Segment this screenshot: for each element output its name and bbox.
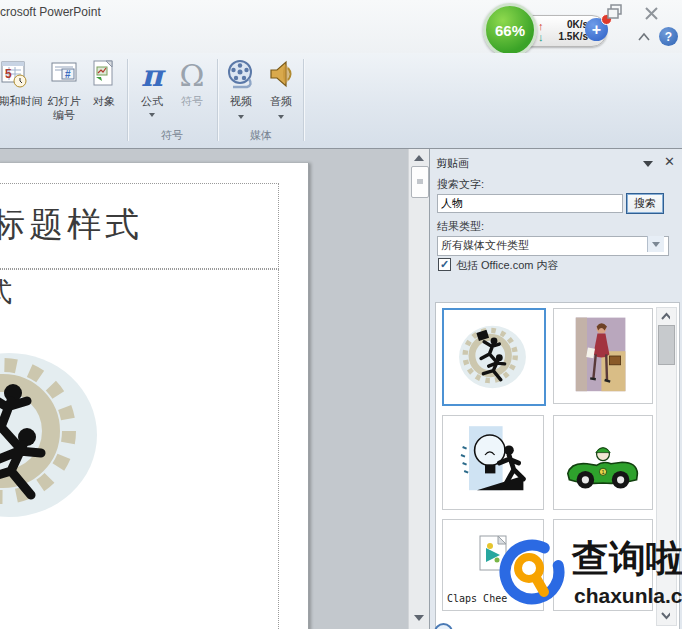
scroll-down-icon[interactable]: [414, 615, 424, 621]
group-separator: [127, 59, 129, 141]
object-button[interactable]: 对象: [86, 55, 122, 145]
download-progress-badge[interactable]: 66%: [483, 3, 537, 57]
thumb-grip: [417, 179, 423, 184]
date-and-time-button[interactable]: 5 日期和时间: [0, 55, 38, 145]
group-separator: [217, 59, 219, 141]
progress-percent: 66%: [495, 22, 525, 39]
object-icon: [91, 59, 117, 89]
chaxunla-logo-icon: [498, 538, 570, 610]
title-bar: crosoft PowerPoint ↑ 0K/s ↓ 1.5K/s 66% +…: [0, 0, 682, 54]
inserted-clipart-runners[interactable]: [0, 335, 118, 535]
slide-canvas[interactable]: 标题样式 式: [0, 163, 309, 629]
download-speed: 1.5K/s: [536, 31, 588, 42]
restore-window-icon[interactable]: [607, 4, 623, 20]
collapse-ribbon-icon[interactable]: [637, 31, 651, 42]
scrollbar-thumb[interactable]: [658, 325, 675, 365]
result-thumbnail-lightbulb[interactable]: [442, 415, 544, 510]
title-placeholder-text: 标题样式: [0, 202, 143, 248]
watermark-text: 查询啦: [572, 534, 682, 584]
upload-speed: 0K/s: [536, 19, 588, 30]
result-type-value: 所有媒体文件类型: [441, 239, 529, 251]
search-text-label: 搜索文字:: [437, 177, 484, 192]
chevron-down-icon: [278, 115, 284, 119]
chevron-down-icon: [149, 113, 155, 117]
scrollbar-thumb[interactable]: [411, 166, 429, 198]
idea-lightbulb-figure-image: [453, 421, 533, 505]
help-icon: ?: [665, 30, 672, 44]
plus-icon: +: [592, 21, 601, 39]
include-office-label: 包括 Office.com 内容: [456, 258, 558, 273]
chevron-down-icon: [238, 115, 244, 119]
pi-equation-icon: π: [141, 59, 163, 93]
group-separator: [303, 59, 305, 141]
group-label-media: 媒体: [222, 128, 300, 143]
powerpoint-window: 1 crosoft PowerPoint ↑ 0K/s ↓ 1.5K/s 66%…: [0, 0, 682, 629]
svg-text:5: 5: [5, 67, 12, 81]
result-type-label: 结果类型:: [437, 219, 484, 234]
search-input[interactable]: [437, 194, 623, 213]
workspace-scrollbar[interactable]: [408, 149, 430, 629]
group-label-symbols: 符号: [133, 128, 211, 143]
calendar-clock-icon: 5: [0, 59, 28, 89]
chaxunla-watermark: 查询啦 chaxunla.com: [498, 532, 682, 627]
chevron-down-icon: [652, 242, 660, 247]
include-office-checkbox[interactable]: ✓: [438, 258, 451, 271]
slide-workspace: 标题样式 式: [0, 149, 430, 629]
title-placeholder[interactable]: 标题样式: [0, 183, 279, 269]
film-reel-icon: [226, 59, 256, 89]
green-cartoon-car-image: [562, 427, 644, 499]
help-button[interactable]: ?: [659, 27, 678, 46]
woman-walking-image: [563, 314, 643, 398]
pane-title: 剪贴画: [436, 156, 469, 171]
people-gears-runners-image: [456, 319, 532, 395]
pane-close-icon[interactable]: ✕: [664, 154, 675, 169]
window-title: crosoft PowerPoint: [0, 5, 101, 19]
result-thumbnail-woman[interactable]: [553, 308, 653, 404]
check-icon: ✓: [440, 258, 449, 270]
close-window-icon[interactable]: [644, 6, 659, 21]
result-thumbnail-runners[interactable]: [442, 308, 546, 406]
speaker-icon: [267, 59, 295, 89]
svg-text:#: #: [65, 69, 71, 80]
slide-number-button[interactable]: # 幻灯片 编号: [40, 55, 88, 145]
scroll-up-icon[interactable]: [661, 312, 670, 321]
scroll-up-icon[interactable]: [414, 155, 424, 161]
pane-menu-icon[interactable]: [643, 161, 653, 167]
dropdown-arrow-button[interactable]: [647, 236, 664, 252]
watermark-domain: chaxunla.com: [574, 584, 682, 608]
slide-number-icon: #: [50, 59, 78, 89]
result-type-dropdown[interactable]: 所有媒体文件类型: [437, 236, 669, 256]
omega-symbol-icon: Ω: [180, 59, 205, 93]
body-placeholder-text: 式: [0, 274, 12, 310]
result-thumbnail-car[interactable]: [553, 415, 653, 510]
ribbon: 5 日期和时间 # 幻灯片 编号 对象: [0, 53, 682, 149]
search-button[interactable]: 搜索: [626, 193, 664, 214]
